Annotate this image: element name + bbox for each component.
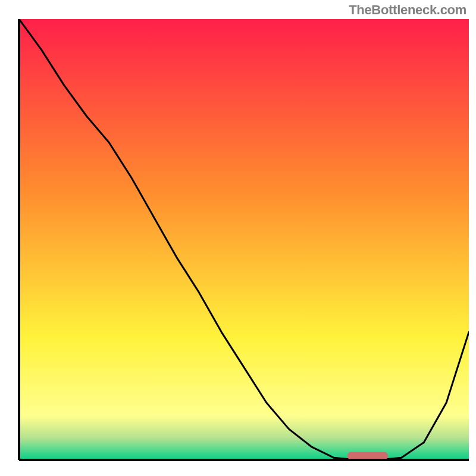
watermark-text: TheBottleneck.com	[349, 2, 466, 18]
chart-background	[19, 19, 469, 460]
bottleneck-chart	[0, 0, 476, 476]
optimal-range-marker	[347, 452, 388, 460]
